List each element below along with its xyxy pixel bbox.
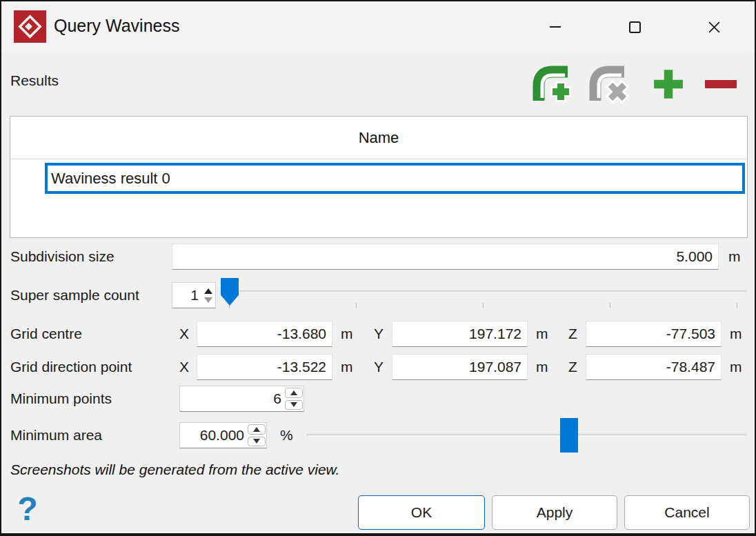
- spin-up-icon: [290, 390, 297, 395]
- subdivision-size-unit: m: [728, 248, 741, 265]
- grid-centre-x-input[interactable]: -13.680: [197, 321, 332, 347]
- grid-centre-z-axis-label: Z: [568, 326, 577, 342]
- grid-centre-y-unit: m: [536, 326, 548, 342]
- minimize-icon: [550, 26, 561, 28]
- name-column-header[interactable]: Name: [10, 117, 747, 159]
- grid-centre-y-axis-label: Y: [374, 326, 384, 342]
- window-title: Query Waviness: [54, 16, 179, 36]
- minimum-points-label: Minimum points: [10, 390, 112, 407]
- help-icon: ?: [17, 490, 37, 528]
- minimum-area-value[interactable]: 60.000: [180, 423, 247, 448]
- grid-centre-y-input[interactable]: 197.172: [392, 321, 528, 347]
- add-row-button[interactable]: [651, 67, 686, 101]
- minimum-area-label: Minimum area: [10, 427, 102, 444]
- remove-result-from-selection-icon: [588, 65, 630, 103]
- super-sample-count-label: Super sample count: [10, 287, 139, 304]
- spin-up-icon: [253, 427, 260, 432]
- super-sample-count-slider[interactable]: [221, 277, 746, 310]
- maximize-button[interactable]: [623, 15, 646, 39]
- super-sample-count-value[interactable]: 1: [172, 283, 201, 308]
- spin-down-button[interactable]: [285, 400, 303, 410]
- ok-button[interactable]: OK: [358, 495, 485, 530]
- grid-direction-x-input[interactable]: -13.522: [197, 354, 332, 380]
- grid-direction-z-unit: m: [730, 359, 742, 375]
- add-row-icon: [652, 68, 685, 101]
- spin-down-icon: [253, 439, 260, 444]
- maximize-icon: [629, 21, 641, 33]
- grid-centre-x-axis-label: X: [179, 326, 189, 342]
- query-waviness-dialog: Query Waviness Results: [0, 0, 756, 536]
- subdivision-size-input[interactable]: 5.000: [172, 244, 719, 270]
- grid-direction-z-axis-label: Z: [568, 359, 577, 375]
- apply-button[interactable]: Apply: [492, 495, 617, 530]
- slider-tick: [610, 303, 610, 308]
- minimum-area-stepper[interactable]: 60.000: [179, 422, 267, 448]
- help-button[interactable]: ?: [14, 488, 41, 528]
- maptek-app-icon: [14, 10, 46, 43]
- spin-down-button[interactable]: [248, 437, 266, 447]
- slider-tick: [737, 303, 737, 308]
- grid-direction-y-axis-label: Y: [374, 359, 384, 375]
- subdivision-size-label: Subdivision size: [10, 248, 115, 265]
- grid-direction-z-input[interactable]: -78.487: [586, 354, 722, 380]
- grid-direction-x-unit: m: [341, 359, 353, 375]
- result-name-cell[interactable]: Waviness result 0: [48, 170, 170, 188]
- minimum-area-unit: %: [280, 427, 293, 444]
- slider-handle[interactable]: [560, 418, 578, 453]
- cancel-button[interactable]: Cancel: [624, 495, 750, 530]
- grid-direction-y-unit: m: [536, 359, 548, 375]
- titlebar: Query Waviness: [1, 1, 755, 52]
- grid-direction-point-label: Grid direction point: [10, 359, 132, 375]
- minimize-button[interactable]: [544, 15, 567, 39]
- spin-up-icon[interactable]: [204, 288, 212, 294]
- results-table: Name Waviness result 0: [10, 116, 748, 238]
- minimum-points-stepper[interactable]: 6: [179, 386, 304, 412]
- grid-centre-z-input[interactable]: -77.503: [586, 321, 722, 347]
- grid-centre-z-unit: m: [730, 326, 742, 342]
- screenshot-note: Screenshots will be generated from the a…: [10, 461, 339, 478]
- spin-down-icon: [290, 402, 297, 407]
- spin-up-button[interactable]: [248, 424, 266, 435]
- minimum-area-slider[interactable]: [307, 417, 746, 454]
- grid-direction-y-input[interactable]: 197.087: [392, 354, 528, 380]
- grid-centre-label: Grid centre: [10, 326, 82, 342]
- grid-direction-x-axis-label: X: [179, 359, 189, 375]
- delete-row-button[interactable]: [704, 67, 738, 101]
- add-result-from-selection-icon: [531, 65, 574, 103]
- grid-centre-x-unit: m: [341, 326, 353, 342]
- spin-up-button[interactable]: [285, 388, 303, 398]
- super-sample-count-stepper[interactable]: 1: [172, 282, 216, 308]
- slider-handle[interactable]: [221, 278, 239, 306]
- results-section-label: Results: [10, 72, 59, 89]
- add-result-from-selection-button[interactable]: [531, 65, 574, 103]
- remove-result-from-selection-button[interactable]: [588, 65, 630, 103]
- slider-track[interactable]: [221, 290, 746, 293]
- delete-row-icon: [704, 79, 737, 89]
- slider-tick: [356, 303, 357, 308]
- table-row[interactable]: Waviness result 0: [45, 163, 745, 194]
- minimum-points-value[interactable]: 6: [180, 386, 284, 411]
- close-button[interactable]: [702, 15, 726, 39]
- slider-track[interactable]: [307, 434, 746, 437]
- slider-tick: [483, 303, 484, 308]
- spin-down-icon[interactable]: [204, 297, 212, 303]
- close-icon: [708, 21, 721, 34]
